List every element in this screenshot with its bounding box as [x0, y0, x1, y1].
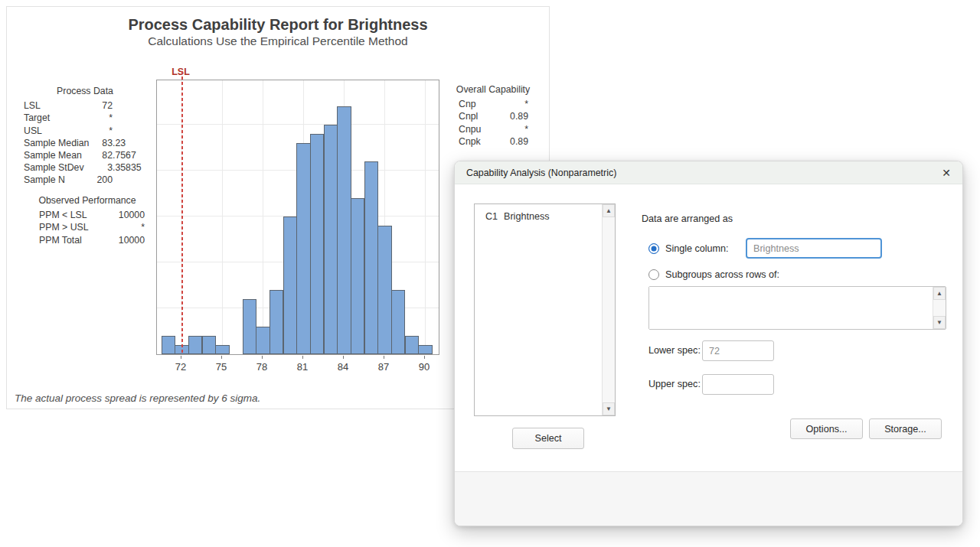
stat-label: PPM < LSL — [39, 209, 113, 221]
column-listbox[interactable]: C1Brightness ▲ ▼ — [474, 203, 616, 416]
storage-button[interactable]: Storage... — [869, 418, 942, 439]
stat-value: 83.23 — [94, 137, 146, 149]
histogram-bar — [256, 327, 270, 354]
process-data-table: Process Data LSL72Target*USL*Sample Medi… — [24, 85, 146, 187]
stat-value: * — [94, 125, 146, 137]
stat-row: USL* — [24, 125, 146, 137]
histogram-bar — [377, 226, 392, 354]
stat-label: Cnpk — [459, 135, 491, 148]
observed-performance-table: Observed Performance PPM < LSL10000PPM >… — [30, 194, 145, 246]
stat-row: PPM Total10000 — [30, 234, 145, 246]
column-name: Brightness — [504, 211, 550, 222]
x-axis-ticks — [156, 356, 439, 360]
histogram-bar — [270, 290, 284, 354]
x-tick — [384, 356, 384, 359]
histogram-bar — [418, 345, 433, 354]
histogram-bar — [391, 290, 406, 354]
overall-capability-header: Overall Capability — [455, 83, 531, 96]
x-axis-labels: 72757881848790 — [156, 361, 439, 373]
histogram-bar — [243, 299, 257, 354]
select-button[interactable]: Select — [512, 428, 584, 449]
observed-performance-header: Observed Performance — [30, 194, 145, 207]
stat-value: 82.7567 — [94, 149, 146, 161]
stat-value: * — [491, 98, 528, 110]
stat-value: * — [113, 221, 145, 233]
scroll-down-icon[interactable]: ▼ — [933, 316, 946, 329]
x-tick — [343, 356, 344, 359]
options-button[interactable]: Options... — [790, 418, 863, 439]
lsl-line — [181, 71, 183, 354]
listbox-item[interactable]: C1Brightness — [475, 204, 615, 222]
stat-label: Target — [24, 112, 94, 124]
stat-row: Sample Median83.23 — [24, 137, 146, 149]
stat-label: Cnpu — [459, 123, 491, 135]
stat-label: Sample StDev — [24, 161, 94, 174]
histogram-bar — [296, 143, 311, 354]
stat-value: 0.89 — [491, 110, 528, 122]
report-footnote: The actual process spread is represented… — [15, 392, 260, 404]
x-tick — [221, 356, 222, 359]
close-icon[interactable]: ✕ — [938, 165, 955, 181]
report-title: Process Capability Report for Brightness — [7, 16, 549, 34]
x-tick-label: 75 — [216, 361, 227, 373]
stat-value: 200 — [94, 174, 146, 186]
subgroups-textarea-input[interactable] — [649, 287, 933, 329]
stat-label: Cnpl — [459, 110, 491, 122]
upper-spec-input[interactable] — [702, 374, 774, 395]
stat-value: 72 — [94, 99, 146, 112]
upper-spec-label: Upper spec: — [648, 379, 701, 389]
single-column-input[interactable] — [746, 238, 882, 259]
scroll-up-icon[interactable]: ▲ — [603, 204, 615, 217]
gridline — [222, 80, 223, 354]
stat-row: PPM > USL* — [30, 221, 145, 233]
lower-spec-input[interactable] — [702, 340, 774, 361]
histogram-bar — [188, 336, 203, 354]
x-tick — [424, 356, 425, 359]
column-id: C1 — [485, 211, 504, 222]
histogram-bar — [364, 161, 379, 354]
capability-analysis-dialog: Capability Analysis (Nonparametric) ✕ C1… — [454, 161, 963, 526]
histogram-bar — [351, 198, 365, 354]
stat-row: Cnp* — [455, 98, 531, 110]
x-tick-label: 78 — [256, 361, 267, 373]
gridline — [425, 80, 426, 354]
x-tick-label: 81 — [297, 361, 308, 373]
stat-row: Cnpu* — [455, 123, 531, 135]
histogram-bar — [310, 134, 325, 354]
stat-row: PPM < LSL10000 — [30, 209, 145, 221]
stat-value: * — [94, 112, 146, 124]
stat-value: 10000 — [113, 209, 145, 221]
stat-row: Sample Mean82.7567 — [24, 149, 146, 161]
dialog-titlebar[interactable]: Capability Analysis (Nonparametric) ✕ — [455, 161, 962, 184]
x-tick — [181, 356, 181, 359]
stat-label: Sample Median — [24, 137, 94, 149]
stat-row: Cnpl0.89 — [455, 110, 531, 122]
scroll-up-icon[interactable]: ▲ — [933, 287, 946, 300]
lower-spec-label: Lower spec: — [648, 345, 701, 356]
stat-row: Target* — [24, 112, 146, 124]
x-tick-label: 90 — [419, 361, 430, 373]
scroll-down-icon[interactable]: ▼ — [603, 402, 615, 415]
listbox-scrollbar[interactable]: ▲ ▼ — [602, 204, 615, 415]
histogram-plot — [156, 80, 439, 355]
stat-row: Cnpk0.89 — [455, 135, 531, 148]
subgroups-textarea[interactable]: ▲ ▼ — [648, 286, 946, 330]
stat-label: PPM > USL — [39, 221, 113, 233]
dialog-title: Capability Analysis (Nonparametric) — [466, 168, 616, 178]
x-tick-label: 87 — [378, 361, 389, 373]
stat-value: 0.89 — [491, 135, 528, 148]
stat-label: Sample Mean — [24, 149, 94, 161]
single-column-label: Single column: — [665, 243, 729, 254]
gridline — [157, 124, 439, 125]
stat-value: 10000 — [113, 234, 145, 246]
textarea-scrollbar[interactable]: ▲ ▼ — [933, 287, 946, 329]
dialog-footer: Help OK Cancel — [455, 471, 962, 526]
stat-label: PPM Total — [39, 234, 113, 246]
single-column-radio[interactable] — [648, 243, 659, 254]
histogram-bar — [405, 336, 420, 354]
data-arranged-label: Data are arranged as — [642, 213, 733, 224]
histogram-bar — [202, 336, 217, 354]
subgroups-radio[interactable] — [648, 269, 659, 280]
histogram-bar — [215, 345, 230, 354]
histogram-bar — [162, 336, 176, 354]
